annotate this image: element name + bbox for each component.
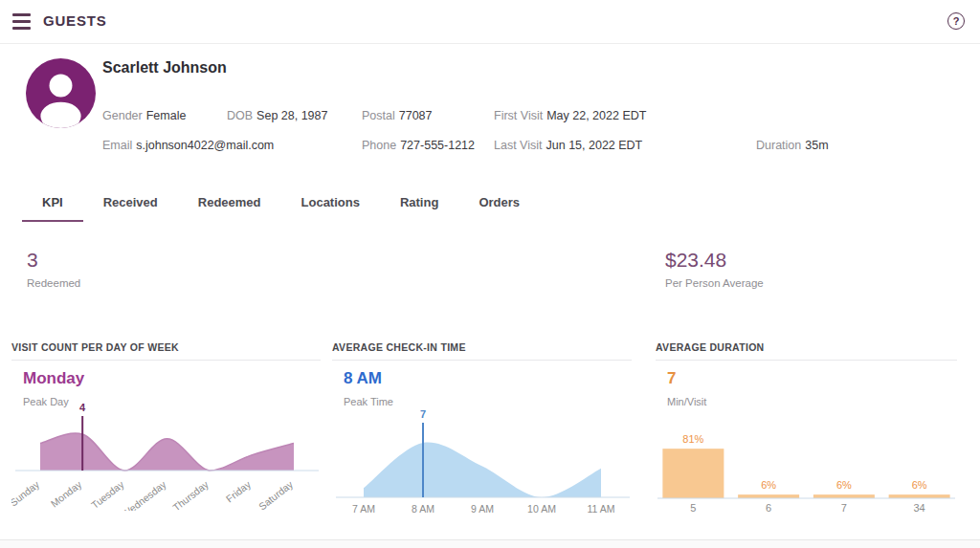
tab-rating[interactable]: Rating — [380, 186, 458, 222]
divider — [332, 360, 632, 361]
guest-name: Scarlett Johnson — [102, 59, 227, 77]
avatar — [26, 58, 96, 128]
guest-detail-page: GUESTS ? Scarlett Johnson GenderFemale D… — [0, 0, 980, 548]
svg-text:6%: 6% — [912, 479, 927, 491]
svg-text:81%: 81% — [682, 433, 703, 445]
field-value: May 22, 2022 EDT — [546, 109, 646, 122]
svg-text:34: 34 — [914, 502, 925, 514]
field-value: Jun 15, 2022 EDT — [546, 139, 643, 152]
field-label: Last Visit — [494, 139, 543, 152]
field-duration: Duration35m — [756, 139, 829, 152]
svg-text:4: 4 — [79, 402, 86, 413]
svg-text:6%: 6% — [761, 479, 776, 491]
tab-locations[interactable]: Locations — [281, 186, 380, 222]
svg-text:Wednesday: Wednesday — [120, 478, 169, 511]
help-icon[interactable]: ? — [947, 12, 965, 30]
field-label: First Visit — [494, 109, 543, 122]
svg-text:6%: 6% — [836, 479, 852, 491]
stat-redeemed: 3 Redeemed — [27, 249, 80, 289]
tab-kpi[interactable]: KPI — [22, 186, 83, 222]
field-value: 77087 — [399, 109, 433, 122]
chart-title: VISIT COUNT PER DAY OF WEEK — [11, 341, 179, 353]
svg-text:Tuesday: Tuesday — [89, 478, 126, 511]
field-label: Phone — [362, 139, 396, 152]
field-email: Emails.johnson4022@mail.com — [102, 139, 274, 152]
field-label: Gender — [102, 109, 143, 122]
field-label: Email — [102, 139, 132, 152]
kpi-stats: 3 Redeemed $23.48 Per Person Average — [0, 243, 980, 319]
duration-value: 7 — [667, 369, 676, 388]
visit-count-area-chart: 4SundayMondayTuesdayWednesdayThursdayFri… — [11, 394, 321, 511]
field-value: s.johnson4022@mail.com — [136, 139, 274, 152]
bottom-area — [0, 540, 980, 548]
duration-bar-chart: 81%56%66%76%34 — [656, 394, 957, 518]
field-last-visit: Last VisitJun 15, 2022 EDT — [494, 139, 642, 152]
divider — [11, 360, 321, 361]
stat-label: Redeemed — [27, 277, 80, 289]
top-bar: GUESTS ? — [0, 0, 980, 44]
field-label: Duration — [756, 139, 801, 152]
tab-redeemed[interactable]: Redeemed — [178, 186, 281, 222]
svg-text:7: 7 — [420, 408, 426, 420]
stat-value: 3 — [27, 249, 80, 272]
field-label: Postal — [362, 109, 395, 122]
divider — [656, 360, 957, 361]
svg-text:Sunday: Sunday — [11, 478, 42, 509]
field-value: 727-555-1212 — [400, 139, 475, 152]
svg-text:Saturday: Saturday — [256, 478, 296, 511]
stat-value: $23.48 — [665, 249, 764, 272]
svg-text:7: 7 — [841, 502, 847, 514]
svg-text:11 AM: 11 AM — [588, 503, 615, 515]
field-gender: GenderFemale — [102, 109, 186, 122]
svg-text:10 AM: 10 AM — [527, 503, 556, 515]
svg-text:5: 5 — [690, 502, 696, 514]
field-value: Sep 28, 1987 — [256, 109, 327, 122]
guest-profile-section: Scarlett Johnson GenderFemale DOBSep 28,… — [0, 44, 980, 178]
checkin-time-area-chart: 77 AM8 AM9 AM10 AM11 AM — [332, 394, 632, 524]
svg-text:6: 6 — [766, 502, 771, 514]
hamburger-menu-icon[interactable] — [12, 13, 31, 30]
field-phone: Phone727-555-1212 — [362, 139, 475, 152]
kpi-charts: VISIT COUNT PER DAY OF WEEK Monday Peak … — [0, 335, 980, 526]
chart-title: AVERAGE CHECK-IN TIME — [332, 341, 466, 353]
svg-text:Monday: Monday — [49, 478, 84, 510]
svg-text:8 AM: 8 AM — [412, 503, 434, 515]
svg-text:Friday: Friday — [224, 478, 254, 505]
field-dob: DOBSep 28, 1987 — [227, 109, 327, 122]
field-value: Female — [146, 109, 187, 122]
svg-text:9 AM: 9 AM — [471, 503, 494, 515]
page-title: GUESTS — [43, 12, 106, 29]
chart-title: AVERAGE DURATION — [656, 341, 765, 353]
tab-received[interactable]: Received — [83, 186, 178, 222]
field-value: 35m — [805, 139, 828, 152]
svg-text:7 AM: 7 AM — [352, 503, 375, 515]
stat-per-person-average: $23.48 Per Person Average — [665, 249, 764, 289]
svg-text:Thursday: Thursday — [170, 478, 211, 511]
guest-tabs: KPI Received Redeemed Locations Rating O… — [22, 186, 540, 222]
stat-label: Per Person Average — [665, 277, 764, 289]
peak-day-value: Monday — [23, 369, 84, 388]
field-postal: Postal77087 — [362, 109, 433, 122]
tab-orders[interactable]: Orders — [458, 186, 540, 222]
field-first-visit: First VisitMay 22, 2022 EDT — [494, 109, 646, 122]
peak-time-value: 8 AM — [344, 369, 382, 388]
field-label: DOB — [227, 109, 253, 122]
